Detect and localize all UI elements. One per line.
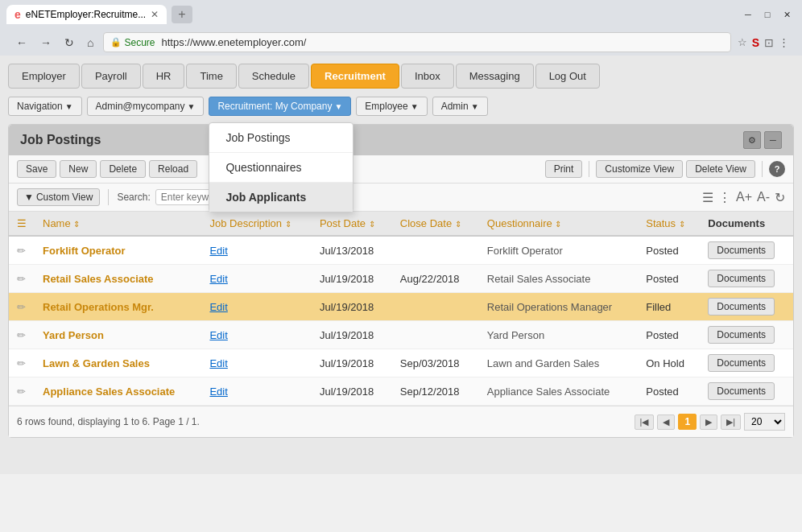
row-2-edit-icon[interactable]: ✏ — [17, 273, 26, 285]
menu-icon[interactable]: ⋮ — [779, 36, 789, 48]
row-3-jd[interactable]: Edit — [201, 293, 311, 321]
row-5-edit-icon[interactable]: ✏ — [17, 357, 26, 369]
select-all-col: ☰ — [9, 212, 35, 236]
current-page[interactable]: 1 — [678, 414, 697, 430]
tab-hr[interactable]: HR — [143, 64, 185, 89]
customize-view-button[interactable]: Customize View — [596, 160, 683, 178]
row-4-edit-icon[interactable]: ✏ — [17, 329, 26, 341]
row-3-edit-icon[interactable]: ✏ — [17, 301, 26, 313]
company-arrow-icon: ▼ — [334, 102, 342, 111]
row-4-name[interactable]: Yard Person — [35, 321, 201, 349]
row-6-edit-link[interactable]: Edit — [209, 386, 227, 398]
browser-tab[interactable]: e eNETEmployer:Recruitme... ✕ — [6, 5, 167, 24]
tab-payroll[interactable]: Payroll — [81, 64, 141, 89]
page-size-select[interactable]: 20 50 100 — [744, 413, 785, 431]
row-6-questionnaire: Appliance Sales Associate — [479, 377, 638, 406]
prev-page-button[interactable]: ◀ — [657, 414, 675, 430]
row-1-jd[interactable]: Edit — [201, 236, 311, 265]
last-page-button[interactable]: ▶| — [721, 414, 741, 430]
delete-view-button[interactable]: Delete View — [686, 160, 755, 178]
col-status[interactable]: Status ⇕ — [638, 212, 700, 236]
refresh-button[interactable]: ↻ — [61, 35, 77, 51]
col-job-description[interactable]: Job Description ⇕ — [201, 212, 311, 236]
row-3-edit-link[interactable]: Edit — [209, 301, 227, 313]
dropdown-job-applicants[interactable]: Job Applicants — [209, 183, 353, 212]
row-1-edit-icon[interactable]: ✏ — [17, 245, 26, 257]
reload-button[interactable]: Reload — [149, 160, 197, 178]
row-2-documents-button[interactable]: Documents — [708, 270, 775, 287]
help-button[interactable]: ? — [769, 161, 785, 177]
save-button[interactable]: Save — [17, 160, 56, 178]
tab-time[interactable]: Time — [186, 64, 236, 89]
row-3-post-date: Jul/19/2018 — [312, 293, 392, 321]
refresh-icon[interactable]: ↻ — [775, 190, 785, 205]
print-button[interactable]: Print — [545, 160, 583, 178]
row-6-edit-icon[interactable]: ✏ — [17, 386, 26, 398]
tab-close-icon[interactable]: ✕ — [151, 9, 159, 20]
row-4-questionnaire: Yard Person — [479, 321, 638, 349]
close-button[interactable]: ✕ — [778, 6, 796, 23]
filter-icons: ☰ ⋮ A+ A- ↻ — [702, 190, 785, 205]
extension-icon1[interactable]: S — [752, 36, 759, 49]
col-s-label: Status — [646, 217, 676, 229]
row-6-documents-button[interactable]: Documents — [708, 382, 775, 400]
minimize-button[interactable]: ─ — [739, 6, 757, 23]
delete-button[interactable]: Delete — [100, 160, 146, 178]
admin2-label: Admin — [441, 101, 469, 112]
row-5-jd[interactable]: Edit — [201, 349, 311, 377]
col-post-date[interactable]: Post Date ⇕ — [312, 212, 392, 236]
employee-dropdown-btn[interactable]: Employee ▼ — [356, 97, 427, 116]
extension-icon2[interactable]: ⊡ — [764, 36, 774, 49]
tab-schedule[interactable]: Schedule — [238, 64, 309, 89]
filter-cols-icon[interactable]: ⋮ — [718, 190, 731, 205]
row-2-jd[interactable]: Edit — [201, 265, 311, 293]
decrease-font-icon[interactable]: A- — [757, 190, 770, 204]
panel-minimize-button[interactable]: ─ — [764, 131, 782, 149]
row-3-name[interactable]: Retail Operations Mgr. — [35, 293, 201, 321]
col-close-date[interactable]: Close Date ⇕ — [392, 212, 479, 236]
custom-view-button[interactable]: ▼ Custom View — [17, 188, 100, 206]
increase-font-icon[interactable]: A+ — [736, 190, 752, 204]
select-all-icon[interactable]: ☰ — [17, 217, 27, 229]
row-4-documents-button[interactable]: Documents — [708, 326, 775, 344]
new-button[interactable]: New — [60, 160, 97, 178]
maximize-button[interactable]: □ — [759, 6, 776, 23]
row-3-documents-button[interactable]: Documents — [708, 298, 775, 315]
admin2-dropdown-btn[interactable]: Admin ▼ — [432, 97, 488, 116]
row-1-name[interactable]: Forklift Operator — [35, 236, 201, 265]
row-6-name[interactable]: Appliance Sales Associate — [35, 377, 201, 406]
dropdown-questionnaires[interactable]: Questionnaires — [209, 153, 353, 183]
filter-rows-icon[interactable]: ☰ — [702, 190, 713, 205]
row-6-jd[interactable]: Edit — [201, 377, 311, 406]
navigation-dropdown-btn[interactable]: Navigation ▼ — [8, 97, 82, 116]
back-button[interactable]: ← — [13, 35, 31, 51]
row-5-documents-button[interactable]: Documents — [708, 354, 775, 372]
row-5-name[interactable]: Lawn & Garden Sales — [35, 349, 201, 377]
forward-button[interactable]: → — [37, 35, 55, 51]
col-name[interactable]: Name ⇕ — [35, 212, 201, 236]
bookmark-icon[interactable]: ☆ — [738, 36, 747, 48]
row-1-documents-button[interactable]: Documents — [708, 241, 775, 259]
tab-inbox[interactable]: Inbox — [401, 64, 454, 89]
address-bar[interactable]: 🔒 Secure https://www.enetemployer.com/ — [103, 32, 730, 52]
tab-recruitment[interactable]: Recruitment — [311, 64, 399, 89]
panel-settings-button[interactable]: ⚙ — [743, 131, 761, 149]
dropdown-job-postings[interactable]: Job Postings — [209, 123, 353, 153]
tab-employer[interactable]: Employer — [8, 64, 80, 89]
next-page-button[interactable]: ▶ — [700, 414, 717, 430]
tab-messaging[interactable]: Messaging — [456, 64, 534, 89]
new-tab-button[interactable]: + — [172, 6, 192, 23]
row-2-name[interactable]: Retail Sales Associate — [35, 265, 201, 293]
table-body: ✏ Forklift Operator Edit Jul/13/2018 For… — [9, 236, 793, 406]
col-questionnaire[interactable]: Questionnaire ⇕ — [479, 212, 638, 236]
row-5-edit-link[interactable]: Edit — [209, 357, 227, 369]
row-2-edit-link[interactable]: Edit — [209, 273, 227, 285]
row-4-edit-link[interactable]: Edit — [209, 329, 227, 341]
home-button[interactable]: ⌂ — [84, 35, 97, 51]
first-page-button[interactable]: |◀ — [635, 414, 655, 430]
admin-user-dropdown-btn[interactable]: Admin@mycompany ▼ — [87, 97, 205, 116]
tab-logout[interactable]: Log Out — [535, 64, 600, 89]
row-1-edit-link[interactable]: Edit — [209, 245, 227, 257]
row-4-jd[interactable]: Edit — [201, 321, 311, 349]
company-dropdown-btn[interactable]: Recruitment: My Company ▼ — [209, 97, 351, 116]
